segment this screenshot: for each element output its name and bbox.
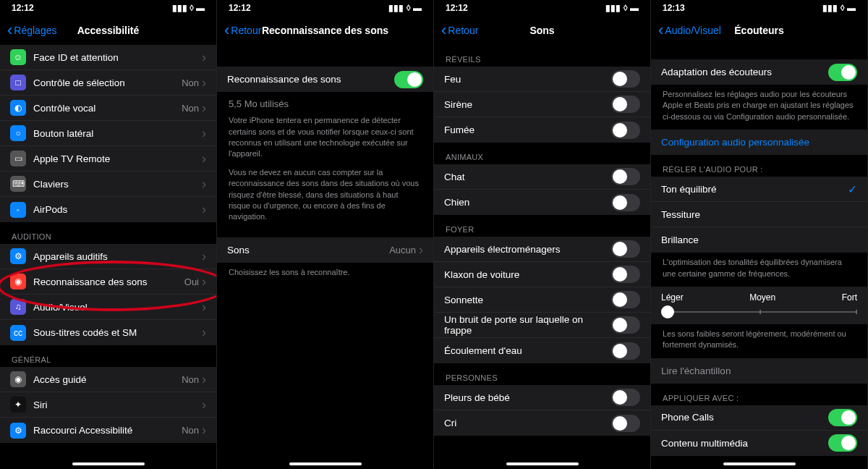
toggle-switch[interactable] bbox=[611, 316, 640, 334]
amplification-slider[interactable] bbox=[661, 311, 857, 313]
row-label: Accès guidé bbox=[33, 374, 182, 385]
sound-toggle-row[interactable]: Un bruit de porte sur laquelle on frappe bbox=[434, 313, 650, 338]
row-label: Bouton latéral bbox=[33, 128, 202, 139]
chevron-right-icon bbox=[202, 249, 206, 264]
toggle-switch[interactable] bbox=[611, 96, 640, 113]
chevron-right-icon bbox=[202, 50, 206, 65]
toggle-switch[interactable] bbox=[394, 71, 423, 88]
home-indicator[interactable] bbox=[506, 462, 579, 465]
settings-row[interactable]: ♫ Audio/Visuel bbox=[0, 295, 216, 320]
settings-row[interactable]: ⌨ Claviers bbox=[0, 172, 216, 197]
home-indicator[interactable] bbox=[723, 462, 796, 465]
panel-sound-recognition: 12:12 ▮▮▮ ◊ ▬ Retour Reconnaissance des … bbox=[217, 0, 434, 469]
sound-toggle-row[interactable]: Chien bbox=[434, 190, 650, 215]
row-icon: □ bbox=[10, 75, 26, 90]
sound-toggle-row[interactable]: Sonnette bbox=[434, 287, 650, 313]
toggle-switch[interactable] bbox=[611, 240, 640, 258]
row-label: Sonnette bbox=[444, 295, 611, 305]
settings-row[interactable]: cc Sous-titres codés et SM bbox=[0, 320, 216, 345]
row-label: Un bruit de porte sur laquelle on frappe bbox=[444, 314, 611, 336]
toggle-switch[interactable] bbox=[611, 168, 640, 185]
row-detail: Non bbox=[182, 103, 199, 114]
row-icon: ◉ bbox=[10, 274, 26, 290]
row-label: Sirène bbox=[444, 99, 611, 110]
settings-row[interactable]: ⚙ Appareils auditifs bbox=[0, 244, 216, 269]
sound-toggle-row[interactable]: Chat bbox=[434, 164, 650, 190]
row-icon: ✦ bbox=[10, 397, 26, 413]
toggle-switch[interactable] bbox=[611, 194, 640, 211]
toggle-sound-recognition[interactable]: Reconnaissance des sons bbox=[217, 67, 433, 92]
section-apply-header: APPLIQUER AVEC : bbox=[651, 384, 867, 405]
sound-toggle-row[interactable]: Feu bbox=[434, 67, 650, 92]
row-label: Face ID et attention bbox=[33, 52, 202, 63]
tune-option[interactable]: Ton équilibré ✓ bbox=[651, 177, 867, 202]
back-button[interactable]: Audio/Visuel bbox=[658, 22, 721, 38]
chevron-right-icon bbox=[202, 397, 206, 413]
chevron-right-icon bbox=[202, 126, 206, 141]
toggle-switch[interactable] bbox=[611, 342, 640, 360]
status-icons: ▮▮▮ ◊ ▬ bbox=[822, 3, 856, 13]
sound-toggle-row[interactable]: Appareils électroménagers bbox=[434, 237, 650, 262]
tune-option[interactable]: Tessiture bbox=[651, 202, 867, 227]
settings-row[interactable]: ☺ Face ID et attention bbox=[0, 45, 216, 70]
row-sons[interactable]: Sons Aucun bbox=[217, 237, 433, 263]
back-button[interactable]: Retour bbox=[441, 22, 478, 38]
row-label: Audio/Visuel bbox=[33, 302, 202, 313]
row-icon: ○ bbox=[10, 125, 26, 141]
status-bar: 12:13 ▮▮▮ ◊ ▬ bbox=[651, 0, 867, 16]
toggle-switch[interactable] bbox=[828, 434, 857, 452]
description-1: Votre iPhone tentera en permanence de dé… bbox=[217, 111, 433, 160]
status-bar: 12:12 ▮▮▮ ◊ ▬ bbox=[0, 0, 216, 16]
row-detail: Non bbox=[182, 77, 199, 88]
status-bar: 12:12 ▮▮▮ ◊ ▬ bbox=[217, 0, 433, 16]
slider-label-max: Fort bbox=[842, 292, 857, 303]
sound-toggle-row[interactable]: Écoulement d'eau bbox=[434, 338, 650, 363]
slider-knob[interactable] bbox=[661, 305, 674, 318]
link-custom-audio-setup[interactable]: Configuration audio personnalisée bbox=[651, 130, 867, 155]
section-header: RÉVEILS bbox=[434, 45, 650, 67]
home-indicator[interactable] bbox=[72, 462, 145, 465]
back-button[interactable]: Retour bbox=[224, 22, 261, 38]
settings-row[interactable]: ◉ Reconnaissance des sons Oui bbox=[0, 269, 216, 295]
apply-toggle-row[interactable]: Contenu multimédia bbox=[651, 431, 867, 456]
toggle-switch[interactable] bbox=[611, 415, 640, 432]
panel-accessibility: 12:12 ▮▮▮ ◊ ▬ Réglages Accessibilité ☺ F… bbox=[0, 0, 217, 469]
settings-row[interactable]: ◦ AirPods bbox=[0, 197, 216, 222]
footer-hint: Choisissez les sons à reconnaître. bbox=[217, 263, 433, 278]
status-time: 12:12 bbox=[12, 3, 34, 13]
toggle-switch[interactable] bbox=[611, 266, 640, 283]
sound-toggle-row[interactable]: Sirène bbox=[434, 92, 650, 117]
toggle-switch[interactable] bbox=[611, 70, 640, 88]
settings-row[interactable]: ○ Bouton latéral bbox=[0, 121, 216, 146]
sound-toggle-row[interactable]: Fumée bbox=[434, 117, 650, 143]
settings-row[interactable]: ✦ Siri bbox=[0, 392, 216, 418]
row-detail: Aucun bbox=[389, 245, 416, 255]
row-label: Sons bbox=[227, 245, 389, 255]
toggle-switch[interactable] bbox=[611, 389, 640, 406]
toggle-switch[interactable] bbox=[828, 409, 857, 426]
row-detail: Non bbox=[182, 425, 199, 436]
settings-row[interactable]: □ Contrôle de sélection Non bbox=[0, 70, 216, 96]
back-button[interactable]: Réglages bbox=[7, 22, 56, 38]
sound-toggle-row[interactable]: Cri bbox=[434, 410, 650, 436]
button-play-sample[interactable]: Lire l'échantillon bbox=[651, 358, 867, 384]
home-indicator[interactable] bbox=[289, 462, 362, 465]
toggle-headphone-adapt[interactable]: Adaptation des écouteurs bbox=[651, 59, 867, 85]
status-time: 12:13 bbox=[663, 3, 685, 13]
toggle-switch[interactable] bbox=[611, 122, 640, 139]
settings-row[interactable]: ◉ Accès guidé Non bbox=[0, 367, 216, 392]
signal-icon: ▮▮▮ bbox=[172, 3, 187, 13]
settings-row[interactable]: ⚙ Raccourci Accessibilité Non bbox=[0, 418, 216, 443]
toggle-switch[interactable] bbox=[828, 64, 857, 81]
section-tune-header: RÉGLER L'AUDIO POUR : bbox=[651, 155, 867, 177]
toggle-switch[interactable] bbox=[611, 291, 640, 308]
settings-row[interactable]: ◐ Contrôle vocal Non bbox=[0, 96, 216, 121]
row-label: Cri bbox=[444, 418, 611, 428]
sound-toggle-row[interactable]: Pleurs de bébé bbox=[434, 385, 650, 410]
tune-option[interactable]: Brillance bbox=[651, 227, 867, 253]
settings-row[interactable]: ▭ Apple TV Remote bbox=[0, 146, 216, 172]
sound-toggle-row[interactable]: Klaxon de voiture bbox=[434, 262, 650, 287]
link-label: Configuration audio personnalisée bbox=[661, 137, 809, 148]
panel-sons: 12:12 ▮▮▮ ◊ ▬ Retour Sons RÉVEILS Feu Si… bbox=[434, 0, 651, 469]
apply-toggle-row[interactable]: Phone Calls bbox=[651, 405, 867, 431]
